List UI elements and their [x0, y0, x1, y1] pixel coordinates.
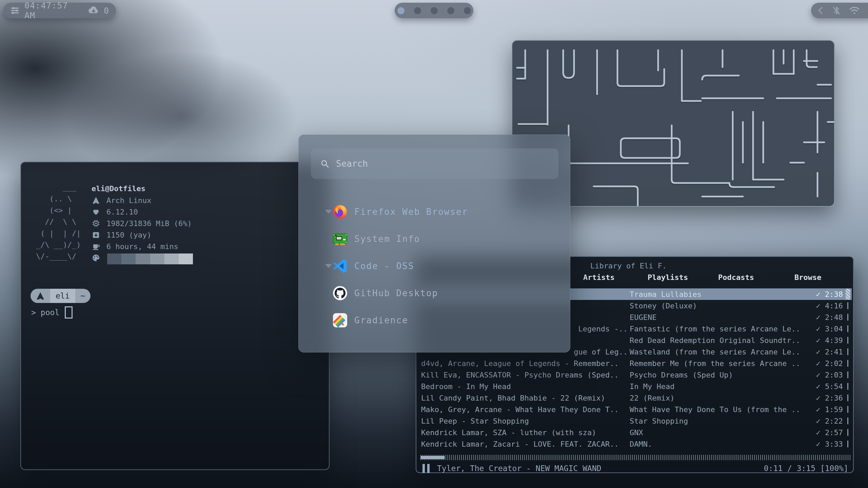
launcher-item-firefox-web-browser[interactable]: Firefox Web Browser	[299, 198, 570, 225]
workspace-dot-5[interactable]	[464, 7, 471, 14]
track-row[interactable]: Mako, Grey, Arcane - What Have They Done…	[419, 404, 852, 415]
track-duration: ✓ 5:54	[792, 382, 843, 391]
launcher-item-label: Gradience	[354, 315, 408, 325]
track-row[interactable]: d4vd, Arcane, League of Legends - Rememb…	[419, 358, 852, 369]
workspace-dot-1[interactable]	[397, 7, 405, 14]
tab-artists[interactable]: Artists	[583, 273, 615, 282]
text-cursor	[65, 306, 73, 319]
now-playing-bar: Tyler, The Creator - NEW MAGIC WAND 0:11…	[422, 462, 848, 474]
search-field[interactable]	[311, 148, 558, 179]
seek-bar[interactable]	[420, 455, 850, 460]
now-playing-title: Tyler, The Creator - NEW MAGIC WAND	[437, 464, 601, 473]
firefox-icon	[332, 204, 348, 220]
track-row[interactable]: Kendrick Lamar, SZA - luther (with sza)G…	[419, 427, 852, 438]
chevron-down-icon[interactable]	[325, 210, 332, 214]
launcher-item-gradience[interactable]: Gradience	[299, 307, 570, 334]
shell-prompt: eli ~	[31, 289, 91, 303]
clock: 04:47:57 AM	[24, 1, 83, 20]
code-oss-icon	[332, 258, 348, 274]
fetch-row: 1150 (yay)	[92, 229, 192, 241]
track-artist: Mako, Grey, Arcane - What Have They Done…	[421, 405, 629, 414]
scrollbar[interactable]	[845, 311, 850, 323]
seek-bar-track	[420, 455, 850, 460]
gradience-icon	[332, 312, 348, 328]
tab-browse[interactable]: Browse	[794, 273, 821, 282]
track-artist: Lil Candy Paint, Bhad Bhabie - 22 (Remix…	[421, 394, 629, 402]
scrollbar-track	[847, 394, 848, 401]
scrollbar[interactable]	[845, 323, 850, 334]
color-swatch	[150, 253, 164, 264]
pause-icon[interactable]	[422, 464, 430, 473]
terminal-window[interactable]: ___ (.. \ (<> | // \ \ ( | | /| _/\ __)/…	[20, 162, 330, 470]
scrollbar[interactable]	[845, 288, 850, 300]
scrollbar[interactable]	[845, 438, 850, 450]
chevron-left-icon[interactable]	[817, 6, 824, 15]
arch-icon	[31, 289, 50, 303]
scrollbar-track	[847, 325, 848, 332]
track-row[interactable]: Kendrick Lamar, Zacari - LOVE. FEAT. ZAC…	[419, 438, 852, 450]
tab-playlists[interactable]: Playlists	[648, 273, 688, 282]
prompt-user: eli	[50, 289, 75, 303]
track-duration: ✓ 1:59	[792, 405, 843, 414]
track-row[interactable]: Bedroom - In My HeadIn My Head✓ 5:54	[419, 381, 852, 392]
app-launcher: Firefox Web BrowserSystem InfoCode - OSS…	[298, 135, 570, 352]
scrollbar-track	[847, 441, 848, 447]
workspace-dot-2[interactable]	[414, 7, 421, 14]
chevron-down-icon[interactable]	[325, 264, 332, 268]
scrollbar[interactable]	[845, 392, 850, 404]
package-icon	[92, 231, 100, 239]
scrollbar-track	[847, 429, 848, 436]
launcher-item-code-oss[interactable]: Code - OSS	[299, 252, 570, 280]
fetch-value: 6 hours, 44 mins	[106, 242, 178, 251]
color-swatch	[179, 253, 193, 264]
scrollbar[interactable]	[845, 404, 850, 415]
cloud-download-icon[interactable]	[88, 6, 99, 15]
fetch-row: 1982/31836 MiB (6%)	[92, 218, 192, 229]
launcher-item-system-info[interactable]: System Info	[299, 225, 570, 252]
scrollbar[interactable]	[845, 369, 850, 381]
scrollbar-track	[847, 302, 848, 309]
scrollbar[interactable]	[845, 381, 850, 392]
track-duration: ✓ 2:02	[792, 359, 843, 368]
launcher-item-label: Code - OSS	[354, 261, 414, 271]
fetch-ascii-art: ___ (.. \ (<> | // \ \ ( | | /| _/\ __)/…	[36, 182, 81, 262]
track-row[interactable]: Kill Eva, ENCASSATOR - Psycho Dreams (Sp…	[419, 369, 852, 381]
status-pill-left[interactable]: 04:47:57 AM 0	[3, 3, 116, 18]
track-artist: Kendrick Lamar, SZA - luther (with sza)	[421, 428, 629, 437]
status-pill-tray[interactable]	[811, 3, 868, 18]
track-artist: Bedroom - In My Head	[421, 382, 629, 391]
track-row[interactable]: Lil Candy Paint, Bhad Bhabie - 22 (Remix…	[419, 392, 852, 404]
scrollbar[interactable]	[845, 346, 850, 358]
wifi-icon[interactable]	[849, 6, 860, 15]
search-input[interactable]	[335, 158, 549, 169]
typed-command: pool	[41, 308, 59, 317]
sliders-icon[interactable]	[10, 6, 20, 15]
track-duration: ✓ 4:39	[792, 336, 843, 345]
workspace-dot-3[interactable]	[431, 7, 438, 14]
scrollbar-track	[847, 371, 848, 378]
scrollbar-track	[847, 406, 848, 413]
tab-podcasts[interactable]: Podcasts	[718, 273, 754, 282]
bluetooth-off-icon[interactable]	[832, 6, 841, 15]
workspace-dot-4[interactable]	[447, 7, 454, 14]
scrollbar[interactable]	[845, 300, 850, 311]
track-duration: ✓ 2:22	[792, 417, 843, 425]
track-row[interactable]: Lil Peep - Star ShoppingStar Shopping✓ 2…	[419, 415, 852, 427]
fetch-user-host: eli@Dotfiles	[92, 183, 145, 195]
system-info-icon	[332, 231, 348, 247]
scrollbar[interactable]	[845, 358, 850, 369]
workspace-pill	[395, 3, 473, 18]
track-duration: ✓ 4:16	[792, 302, 843, 310]
fetch-value: Arch Linux	[106, 196, 151, 205]
scrollbar[interactable]	[845, 334, 850, 346]
coffee-icon	[92, 242, 100, 250]
command-line[interactable]: > pool	[31, 307, 73, 318]
track-duration: ✓ 3:04	[792, 325, 843, 333]
fetch-row: 6 hours, 44 mins	[92, 241, 192, 252]
scrollbar[interactable]	[845, 415, 850, 427]
track-duration: ✓ 2:57	[792, 428, 843, 437]
scrollbar[interactable]	[845, 427, 850, 438]
terminal-color-swatches	[107, 253, 193, 264]
arch-icon	[92, 196, 100, 204]
launcher-item-github-desktop[interactable]: GitHub Desktop	[299, 280, 570, 307]
